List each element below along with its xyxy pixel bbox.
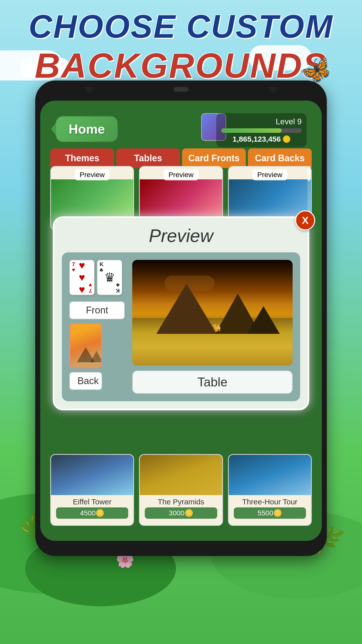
tab-themes[interactable]: Themes xyxy=(50,148,114,168)
tab-card-fronts[interactable]: Card Fronts xyxy=(182,148,246,168)
back-button[interactable]: Back xyxy=(69,372,102,390)
card-back-inner xyxy=(70,324,101,367)
tabs-row: Themes Tables Card Fronts Card Backs xyxy=(50,148,312,168)
coin-display: 1,865,123,456 xyxy=(221,135,302,143)
pyramids-price: 3000🪙 xyxy=(145,507,217,519)
card-king-clubs: K♣ ♛ K♣ xyxy=(97,260,122,295)
preview-modal: X Preview 7♥ ♥♥♥ 7♥ xyxy=(53,216,309,410)
close-icon: X xyxy=(302,215,309,226)
card-7-hearts: 7♥ ♥♥♥ 7♥ xyxy=(69,260,95,295)
pyramids-image xyxy=(140,455,222,495)
home-button[interactable]: Home xyxy=(55,116,118,142)
pyramids-title: The Pyramids xyxy=(141,498,221,506)
phone-dot-right xyxy=(269,86,277,93)
bottom-card-eiffel[interactable]: Eiffel Tower 4500🪙 xyxy=(50,454,134,526)
bottom-card-beach[interactable]: Three-Hour Tour 5500🪙 xyxy=(228,454,312,526)
tab-card-backs[interactable]: Card Backs xyxy=(248,148,312,168)
phone-camera xyxy=(173,87,189,92)
beach-title: Three-Hour Tour xyxy=(230,498,310,506)
camel-icon: 🐪 xyxy=(212,324,221,332)
coin-count: 1,865,123,456 xyxy=(233,135,281,143)
eiffel-image xyxy=(51,455,133,495)
phone-frame: Home Level 9 1,865,123,456 Themes Tables… xyxy=(35,80,327,556)
preview-image: 🐪 xyxy=(132,260,293,366)
xp-bar-background xyxy=(221,128,302,133)
table-button[interactable]: Table xyxy=(132,371,293,394)
beach-image xyxy=(229,455,311,495)
front-button[interactable]: Front xyxy=(69,301,125,319)
preview-btn-3[interactable]: Preview xyxy=(252,169,288,180)
preview-content: 7♥ ♥♥♥ 7♥ K♣ ♛ K♣ Front xyxy=(62,252,300,401)
home-button-label: Home xyxy=(69,122,105,136)
pyramid-small xyxy=(247,306,280,334)
level-display: Level 9 xyxy=(221,117,302,126)
mini-pyramid-2 xyxy=(90,351,102,362)
tab-tables[interactable]: Tables xyxy=(116,148,180,168)
close-button[interactable]: X xyxy=(295,210,315,230)
beach-price: 5500🪙 xyxy=(234,507,306,519)
card-back-preview xyxy=(69,323,102,368)
card-k-center: ♛ xyxy=(104,270,115,285)
pyramid-large xyxy=(156,284,217,334)
preview-btn-1[interactable]: Preview xyxy=(75,169,110,180)
game-screen: Home Level 9 1,865,123,456 Themes Tables… xyxy=(40,101,322,541)
eiffel-price: 4500🪙 xyxy=(56,507,128,519)
bottom-cards-area: Eiffel Tower 4500🪙 The Pyramids 3000🪙 Th… xyxy=(50,454,312,526)
xp-bar-fill xyxy=(221,128,282,133)
card-bottom-right: 7♥ xyxy=(89,282,92,293)
pyramid-scene: 🐪 xyxy=(132,260,293,366)
preview-right-panel: 🐪 Table xyxy=(132,260,293,394)
preview-left-panel: 7♥ ♥♥♥ 7♥ K♣ ♛ K♣ Front xyxy=(69,260,125,390)
card-k-top: K♣ xyxy=(100,262,104,273)
coin-icon xyxy=(283,135,290,143)
card-center: ♥♥♥ xyxy=(79,259,85,296)
card-pair: 7♥ ♥♥♥ 7♥ K♣ ♛ K♣ xyxy=(69,260,125,295)
phone-dot-left xyxy=(85,86,93,93)
eiffel-title: Eiffel Tower xyxy=(52,498,132,506)
preview-btn-2[interactable]: Preview xyxy=(163,169,199,180)
bottom-card-pyramids[interactable]: The Pyramids 3000🪙 xyxy=(139,454,223,526)
preview-title: Preview xyxy=(62,225,300,246)
scrollbar-thumb xyxy=(307,166,310,181)
title-line1: CHOOSE CUSTOM xyxy=(0,8,362,45)
card-top-left: 7♥ xyxy=(72,262,75,273)
card-k-bottom: K♣ xyxy=(116,282,120,293)
profile-area: Level 9 1,865,123,456 xyxy=(216,113,307,147)
